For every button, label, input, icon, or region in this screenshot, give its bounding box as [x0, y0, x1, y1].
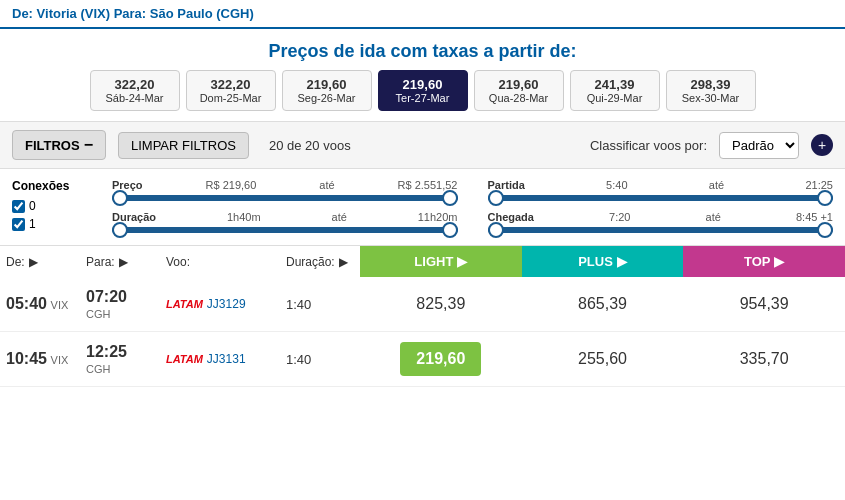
price-label: Preço: [112, 179, 143, 191]
header-para: Para: ▶: [80, 246, 160, 277]
header-top: TOP ▶: [683, 246, 845, 277]
flight-row-0[interactable]: 05:40 VIX 07:20 CGH LATAM JJ3129 1:40 82…: [0, 277, 845, 332]
partida-slider-group: Partida 5:40 até 21:25: [488, 179, 834, 201]
duration-1: 1:40: [286, 352, 311, 367]
filtros-button[interactable]: FILTROS −: [12, 130, 106, 160]
date-tab-4[interactable]: 219,60Qua-28-Mar: [474, 70, 564, 111]
price-slider-group: Preço R$ 219,60 até R$ 2.551,52: [112, 179, 458, 201]
conexoes-0[interactable]: 0: [12, 199, 92, 213]
partida-thumb-left[interactable]: [488, 190, 504, 206]
conexoes-1-label: 1: [29, 217, 36, 231]
flight-rows: 05:40 VIX 07:20 CGH LATAM JJ3129 1:40 82…: [0, 277, 845, 387]
cell-light-1[interactable]: 219,60: [360, 336, 522, 382]
price-thumb-right[interactable]: [442, 190, 458, 206]
price-plus-0[interactable]: 865,39: [578, 295, 627, 312]
tab-date-5: Qui-29-Mar: [581, 92, 649, 104]
label-de: De:: [12, 6, 33, 21]
conexoes-0-checkbox[interactable]: [12, 200, 25, 213]
para-time-1: 12:25: [86, 343, 127, 360]
conexoes-filter: Conexões 0 1: [12, 179, 92, 235]
minus-icon: −: [84, 136, 93, 154]
partida-thumb-right[interactable]: [817, 190, 833, 206]
price-ate: até: [319, 179, 334, 191]
cell-plus-1[interactable]: 255,60: [522, 344, 684, 374]
duracao-min: 1h40m: [227, 211, 261, 223]
header-top-arrow[interactable]: ▶: [774, 254, 784, 269]
de-airport-1: VIX: [51, 354, 69, 366]
chegada-slider-group: Chegada 7:20 até 8:45 +1: [488, 211, 834, 233]
para-time-0: 07:20: [86, 288, 127, 305]
date-tab-0[interactable]: 322,20Sáb-24-Mar: [90, 70, 180, 111]
header-plus-arrow[interactable]: ▶: [617, 254, 627, 269]
duracao-thumb-right[interactable]: [442, 222, 458, 238]
tab-price-4: 219,60: [485, 77, 553, 92]
header-de-arrow[interactable]: ▶: [29, 255, 38, 269]
tab-price-0: 322,20: [101, 77, 169, 92]
price-top-1[interactable]: 335,70: [740, 350, 789, 367]
tab-date-2: Seg-26-Mar: [293, 92, 361, 104]
tab-price-6: 298,39: [677, 77, 745, 92]
partida-label: Partida: [488, 179, 525, 191]
cell-plus-0[interactable]: 865,39: [522, 289, 684, 319]
tab-date-6: Sex-30-Mar: [677, 92, 745, 104]
conexoes-title: Conexões: [12, 179, 92, 193]
price-thumb-left[interactable]: [112, 190, 128, 206]
header-plus: PLUS ▶: [522, 246, 684, 277]
flight-row-1[interactable]: 10:45 VIX 12:25 CGH LATAM JJ3131 1:40 21…: [0, 332, 845, 387]
date-tab-5[interactable]: 241,39Qui-29-Mar: [570, 70, 660, 111]
duracao-track[interactable]: [112, 227, 458, 233]
price-light-normal[interactable]: 825,39: [416, 295, 465, 312]
cell-voo-0: LATAM JJ3129: [160, 291, 280, 317]
partida-ate: até: [709, 179, 724, 191]
partida-track[interactable]: [488, 195, 834, 201]
tab-date-4: Qua-28-Mar: [485, 92, 553, 104]
classify-select[interactable]: Padrão: [719, 132, 799, 159]
date-tab-2[interactable]: 219,60Seg-26-Mar: [282, 70, 372, 111]
top-bar: De: Vitoria (VIX) Para: São Paulo (CGH): [0, 0, 845, 29]
cell-light-0[interactable]: 825,39: [360, 289, 522, 319]
de-time-1: 10:45: [6, 350, 47, 367]
para-airport-1: CGH: [86, 363, 110, 375]
origin-city: Vitoria (VIX): [37, 6, 110, 21]
duracao-slider-group: Duração 1h40m até 11h20m: [112, 211, 458, 233]
cell-top-0[interactable]: 954,39: [683, 289, 845, 319]
price-plus-1[interactable]: 255,60: [578, 350, 627, 367]
header-duracao: Duração: ▶: [280, 246, 360, 277]
price-partida-sliders: Preço R$ 219,60 até R$ 2.551,52 Partida …: [112, 179, 833, 201]
duracao-thumb-left[interactable]: [112, 222, 128, 238]
cell-dur-1: 1:40: [280, 346, 360, 373]
cell-para-1: 12:25 CGH: [80, 337, 160, 382]
chegada-track[interactable]: [488, 227, 834, 233]
de-airport-0: VIX: [51, 299, 69, 311]
header-para-arrow[interactable]: ▶: [119, 255, 128, 269]
classify-plus-button[interactable]: +: [811, 134, 833, 156]
sliders-col: Preço R$ 219,60 até R$ 2.551,52 Partida …: [112, 179, 833, 235]
price-light-highlighted[interactable]: 219,60: [400, 342, 481, 376]
filters-section: Conexões 0 1 Preço R$ 219,60 até R$ 2.55…: [0, 169, 845, 246]
voos-count: 20 de 20 voos: [269, 138, 351, 153]
chegada-thumb-right[interactable]: [817, 222, 833, 238]
limpar-filtros-button[interactable]: LIMPAR FILTROS: [118, 132, 249, 159]
price-min: R$ 219,60: [206, 179, 257, 191]
flight-number-1[interactable]: JJ3131: [207, 352, 246, 366]
airline-0: LATAM: [166, 298, 203, 310]
date-tab-3[interactable]: 219,60Ter-27-Mar: [378, 70, 468, 111]
chegada-thumb-left[interactable]: [488, 222, 504, 238]
para-airport-0: CGH: [86, 308, 110, 320]
header-dur-arrow[interactable]: ▶: [339, 255, 348, 269]
conexoes-1[interactable]: 1: [12, 217, 92, 231]
de-time-0: 05:40: [6, 295, 47, 312]
duracao-ate: até: [332, 211, 347, 223]
date-tab-1[interactable]: 322,20Dom-25-Mar: [186, 70, 276, 111]
partida-max: 21:25: [805, 179, 833, 191]
price-top-0[interactable]: 954,39: [740, 295, 789, 312]
conexoes-1-checkbox[interactable]: [12, 218, 25, 231]
partida-min: 5:40: [606, 179, 627, 191]
price-track[interactable]: [112, 195, 458, 201]
header-light-arrow[interactable]: ▶: [457, 254, 467, 269]
header-de: De: ▶: [0, 246, 80, 277]
airline-1: LATAM: [166, 353, 203, 365]
flight-number-0[interactable]: JJ3129: [207, 297, 246, 311]
date-tab-6[interactable]: 298,39Sex-30-Mar: [666, 70, 756, 111]
cell-top-1[interactable]: 335,70: [683, 344, 845, 374]
